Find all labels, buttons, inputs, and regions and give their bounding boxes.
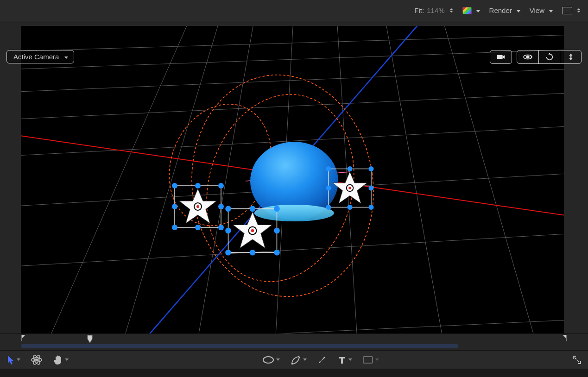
camera-view-label: Active Camera bbox=[13, 53, 59, 61]
pan-tool-button[interactable] bbox=[538, 50, 560, 63]
bg-swatch-icon bbox=[562, 7, 572, 14]
svg-point-25 bbox=[196, 205, 199, 208]
mask-tool[interactable] bbox=[362, 356, 379, 364]
atom-icon bbox=[31, 355, 43, 365]
render-menu[interactable]: Render bbox=[489, 6, 520, 14]
stepper-icon bbox=[449, 8, 453, 13]
svg-point-49 bbox=[347, 166, 352, 171]
pointer-icon bbox=[6, 355, 15, 365]
camera-view-menu[interactable]: Active Camera bbox=[6, 50, 74, 63]
text-icon bbox=[337, 355, 347, 364]
viewer-area: Active Camera bbox=[0, 21, 588, 350]
svg-point-27 bbox=[195, 183, 201, 188]
svg-point-57 bbox=[526, 55, 529, 58]
chevron-down-icon bbox=[515, 6, 520, 14]
svg-point-32 bbox=[195, 225, 201, 230]
hand-icon bbox=[53, 355, 63, 365]
svg-point-42 bbox=[225, 250, 231, 256]
ellipse-icon bbox=[262, 356, 274, 364]
svg-point-50 bbox=[368, 166, 373, 171]
mini-timeline[interactable] bbox=[0, 333, 588, 350]
svg-point-52 bbox=[368, 185, 373, 190]
svg-line-2 bbox=[21, 63, 564, 95]
canvas-toolbar bbox=[0, 350, 588, 369]
shape-tool[interactable] bbox=[262, 356, 280, 364]
3d-transform-tool[interactable] bbox=[31, 355, 43, 365]
viewer-options-bar: Fit: 114% Render View bbox=[0, 0, 588, 21]
background-color-control[interactable] bbox=[562, 7, 581, 14]
svg-point-48 bbox=[326, 166, 331, 171]
svg-point-64 bbox=[263, 357, 273, 363]
canvas-3d-viewport[interactable] bbox=[21, 26, 564, 345]
svg-point-31 bbox=[172, 225, 177, 230]
svg-point-26 bbox=[172, 183, 177, 188]
render-label: Render bbox=[489, 6, 512, 14]
paint-stroke-tool[interactable] bbox=[317, 355, 327, 365]
svg-point-22 bbox=[254, 205, 334, 221]
stepper-icon bbox=[577, 8, 581, 13]
chevron-down-icon bbox=[303, 358, 307, 361]
fullscreen-button[interactable] bbox=[572, 355, 582, 364]
svg-point-40 bbox=[225, 228, 231, 234]
rainbow-swatch-icon bbox=[462, 7, 472, 14]
svg-point-54 bbox=[347, 205, 352, 210]
chevron-down-icon bbox=[276, 358, 280, 361]
timeline-clip-bar[interactable] bbox=[21, 344, 458, 348]
chevron-down-icon bbox=[474, 6, 480, 14]
orbit-icon bbox=[523, 53, 533, 61]
chevron-down-icon bbox=[17, 358, 20, 361]
pan-canvas-tool[interactable] bbox=[53, 355, 69, 365]
fit-value: 114% bbox=[427, 6, 444, 14]
chevron-down-icon bbox=[375, 358, 379, 361]
svg-point-39 bbox=[274, 206, 280, 212]
svg-point-55 bbox=[368, 205, 373, 210]
channel-color-menu[interactable] bbox=[462, 6, 480, 14]
3d-view-tools bbox=[490, 50, 582, 64]
svg-point-53 bbox=[326, 205, 331, 210]
svg-point-51 bbox=[326, 185, 331, 190]
dolly-tool-button[interactable] bbox=[560, 50, 581, 63]
brush-icon bbox=[317, 355, 327, 365]
view-label: View bbox=[530, 6, 544, 14]
svg-rect-56 bbox=[497, 55, 503, 59]
timeline-track[interactable] bbox=[21, 334, 567, 350]
fit-zoom-control[interactable]: Fit: 114% bbox=[414, 6, 453, 14]
svg-point-41 bbox=[274, 228, 280, 234]
3d-navigation-group bbox=[517, 50, 582, 64]
chevron-down-icon bbox=[547, 6, 553, 14]
svg-point-59 bbox=[570, 56, 572, 58]
camera-icon bbox=[497, 54, 505, 60]
expand-icon bbox=[572, 355, 582, 364]
pen-icon bbox=[290, 355, 301, 365]
fit-label: Fit: bbox=[414, 6, 424, 14]
orbit-tool-button[interactable] bbox=[517, 50, 538, 63]
chevron-down-icon bbox=[65, 358, 69, 361]
scene-render bbox=[21, 26, 564, 345]
svg-point-36 bbox=[251, 229, 254, 232]
svg-point-65 bbox=[291, 363, 293, 364]
svg-point-47 bbox=[348, 187, 351, 189]
chevron-down-icon bbox=[348, 358, 352, 361]
frame-camera-button[interactable] bbox=[490, 50, 512, 64]
svg-point-60 bbox=[35, 358, 38, 361]
view-menu[interactable]: View bbox=[530, 6, 553, 14]
rectangle-mask-icon bbox=[362, 356, 373, 364]
svg-rect-66 bbox=[363, 357, 373, 363]
svg-point-38 bbox=[250, 206, 256, 212]
select-tool[interactable] bbox=[6, 355, 20, 365]
vertical-arrows-icon bbox=[567, 53, 575, 61]
pen-tool[interactable] bbox=[290, 355, 307, 365]
svg-point-44 bbox=[274, 250, 280, 256]
svg-point-29 bbox=[172, 204, 177, 209]
svg-point-37 bbox=[225, 206, 231, 212]
svg-point-30 bbox=[218, 204, 224, 209]
chevron-down-icon bbox=[63, 53, 68, 61]
text-tool[interactable] bbox=[337, 355, 352, 364]
svg-point-28 bbox=[218, 183, 224, 188]
svg-point-43 bbox=[250, 250, 256, 256]
svg-line-3 bbox=[21, 86, 564, 123]
rotate-arrow-icon bbox=[545, 53, 554, 61]
svg-point-33 bbox=[218, 225, 224, 230]
svg-line-6 bbox=[21, 225, 564, 271]
